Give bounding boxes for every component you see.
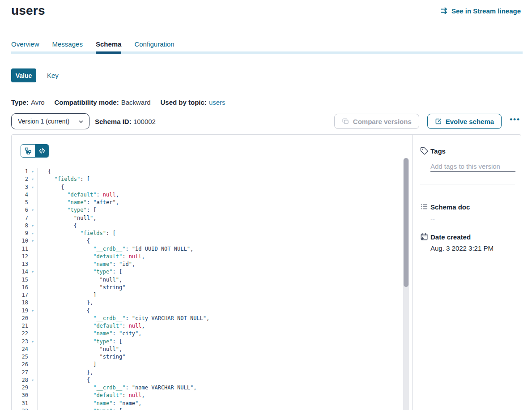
topic-link[interactable]: users	[209, 98, 226, 106]
code-text: "string"	[37, 353, 401, 361]
type-value: Avro	[31, 98, 45, 106]
code-text: "__crdb__": "id UUID NOT NULL",	[37, 245, 401, 253]
code-lines: 1▾{2▾ "fields": [3▾ {4 "default": null,5…	[12, 168, 401, 410]
code-line: 9▾ "fields": [	[12, 230, 401, 237]
line-number: 11	[12, 245, 28, 253]
line-number: 17	[12, 291, 28, 299]
fold-toggle-icon[interactable]: ▾	[28, 168, 37, 175]
line-number: 19	[12, 307, 28, 315]
fold-toggle-icon[interactable]: ▾	[28, 222, 37, 230]
editor-scrollbar-track[interactable]	[403, 158, 409, 410]
line-number: 9	[12, 230, 28, 237]
more-actions-button[interactable]: •••	[510, 115, 521, 128]
code-text: "null",	[37, 214, 401, 222]
fold-toggle-icon[interactable]: ▾	[28, 338, 37, 346]
tab-schema[interactable]: Schema	[96, 40, 122, 52]
code-line: 10▾ {	[12, 237, 401, 245]
fold-spacer	[28, 214, 37, 222]
fold-spacer	[28, 299, 37, 307]
fold-spacer	[28, 276, 37, 284]
code-text: "default": null,	[37, 191, 401, 199]
active-tab-underline	[96, 51, 122, 54]
code-line: 25 "string"	[12, 353, 401, 361]
line-number: 2	[12, 175, 28, 183]
schema-card: 1▾{2▾ "fields": [3▾ {4 "default": null,5…	[11, 134, 521, 410]
editor-scrollbar-thumb[interactable]	[404, 158, 409, 287]
compare-versions-label: Compare versions	[353, 118, 412, 125]
fold-spacer	[28, 291, 37, 299]
fold-toggle-icon[interactable]: ▾	[28, 206, 37, 214]
page-title: users	[11, 4, 45, 18]
fold-spacer	[28, 284, 37, 291]
fold-toggle-icon[interactable]: ▾	[28, 307, 37, 315]
code-text: "type": [	[37, 268, 401, 276]
version-bar: Version 1 (current) Schema ID: 100002 Co…	[11, 113, 521, 129]
tags-section-header: Tags	[420, 147, 515, 155]
code-line: 20 "__crdb__": "city VARCHAR NOT NULL",	[12, 315, 401, 322]
fold-toggle-icon[interactable]: ▾	[28, 230, 37, 237]
code-text: "name": "after",	[37, 199, 401, 206]
fold-toggle-icon[interactable]: ▾	[28, 184, 37, 191]
code-text: "type": [	[37, 338, 401, 346]
code-line: 27 },	[12, 369, 401, 376]
fold-spacer	[28, 322, 37, 330]
line-number: 6	[12, 206, 28, 214]
value-key-toggle: Value Key	[11, 68, 59, 82]
code-line: 32▾ "type": [	[12, 407, 401, 410]
schema-id: Schema ID: 100002	[95, 118, 156, 125]
tab-overview[interactable]: Overview	[11, 40, 39, 52]
tab-messages[interactable]: Messages	[52, 40, 83, 52]
line-number: 14	[12, 268, 28, 276]
code-pane: 1▾{2▾ "fields": [3▾ {4 "default": null,5…	[12, 135, 412, 410]
line-number: 3	[12, 184, 28, 191]
line-number: 4	[12, 191, 28, 199]
code-line: 11 "__crdb__": "id UUID NOT NULL",	[12, 245, 401, 253]
line-number: 7	[12, 214, 28, 222]
fold-spacer	[28, 330, 37, 337]
version-select-value: Version 1 (current)	[18, 118, 69, 125]
line-number: 5	[12, 199, 28, 206]
evolve-schema-button[interactable]: Evolve schema	[427, 114, 502, 129]
fold-toggle-icon[interactable]: ▾	[28, 268, 37, 276]
fold-toggle-icon[interactable]: ▾	[28, 376, 37, 384]
fold-toggle-icon[interactable]: ▾	[28, 175, 37, 183]
stream-lineage-link[interactable]: See in Stream lineage	[440, 7, 521, 15]
tags-input[interactable]	[430, 162, 515, 172]
code-text: ]	[37, 361, 401, 368]
code-text: "__crdb__": "city VARCHAR NOT NULL",	[37, 315, 401, 322]
code-text: "name": "id",	[37, 261, 401, 268]
code-text: {	[37, 222, 401, 230]
used-by-topic-label: Used by topic:	[161, 98, 207, 106]
key-toggle-button[interactable]: Key	[47, 72, 59, 79]
tree-view-button[interactable]	[21, 145, 35, 157]
code-line: 24 "null",	[12, 346, 401, 353]
code-text: {	[37, 237, 401, 245]
code-line: 19▾ {	[12, 307, 401, 315]
tab-configuration[interactable]: Configuration	[134, 40, 174, 52]
stream-lineage-label: See in Stream lineage	[451, 7, 521, 15]
code-text: {	[37, 184, 401, 191]
code-line: 12 "default": null,	[12, 253, 401, 261]
fold-toggle-icon[interactable]: ▾	[28, 237, 37, 245]
code-text: "default": null,	[37, 392, 401, 399]
schema-doc-title: Schema doc	[430, 203, 470, 211]
evolve-schema-label: Evolve schema	[446, 118, 494, 125]
code-text: "null",	[37, 276, 401, 284]
calendar-plus-icon	[420, 233, 428, 241]
code-text: "default": null,	[37, 322, 401, 330]
value-toggle-button[interactable]: Value	[11, 68, 36, 82]
fold-spacer	[28, 191, 37, 199]
code-line: 2▾ "fields": [	[12, 175, 401, 183]
fold-toggle-icon[interactable]: ▾	[28, 407, 37, 410]
code-view-button[interactable]	[35, 145, 49, 157]
code-line: 15 "null",	[12, 276, 401, 284]
code-text: {	[37, 376, 401, 384]
date-created-value: Aug. 3 2022 3:21 PM	[430, 244, 515, 252]
compare-versions-button[interactable]: Compare versions	[334, 114, 419, 129]
version-select[interactable]: Version 1 (current)	[11, 113, 89, 129]
date-created-section-header: Date created	[420, 233, 515, 241]
fold-spacer	[28, 384, 37, 392]
code-line: 8▾ {	[12, 222, 401, 230]
fold-spacer	[28, 353, 37, 361]
line-number: 18	[12, 299, 28, 307]
